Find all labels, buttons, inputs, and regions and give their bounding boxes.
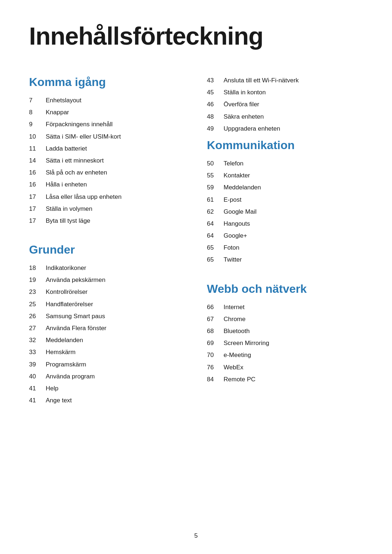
list-item: 17 Byta till tyst läge xyxy=(29,216,185,226)
toc-text: Google Mail xyxy=(224,207,257,217)
toc-text: Sätta i ett minneskort xyxy=(46,156,104,165)
toc-text: Sätta i SIM- eller USIM-kort xyxy=(46,132,121,141)
toc-text: Telefon xyxy=(224,159,244,168)
toc-number: 16 xyxy=(29,168,46,177)
toc-number: 46 xyxy=(207,99,224,109)
toc-number: 23 xyxy=(29,287,46,297)
list-item: 49 Uppgradera enheten xyxy=(207,124,363,134)
list-item: 9 Förpackningens innehåll xyxy=(29,119,185,129)
list-item: 19 Använda pekskärmen xyxy=(29,275,185,285)
list-item: 65 Foton xyxy=(207,243,363,253)
list-item: 64 Hangouts xyxy=(207,219,363,229)
list-item: 76 WebEx xyxy=(207,362,363,372)
toc-text: Byta till tyst läge xyxy=(46,216,90,226)
toc-text: Använda pekskärmen xyxy=(46,275,105,285)
toc-text: Internet xyxy=(224,302,245,312)
section-grunder: Grunder 18 Indikatorikoner 19 Använda pe… xyxy=(29,243,185,405)
toc-text: Bluetooth xyxy=(224,326,250,336)
list-item: 26 Samsung Smart paus xyxy=(29,311,185,321)
toc-number: 25 xyxy=(29,299,46,309)
toc-text: Meddelanden xyxy=(224,182,261,192)
toc-number: 68 xyxy=(207,326,224,336)
toc-number: 62 xyxy=(207,207,224,217)
toc-number: 64 xyxy=(207,219,224,229)
toc-number: 16 xyxy=(29,180,46,189)
list-item: 65 Twitter xyxy=(207,255,363,264)
toc-number: 48 xyxy=(207,112,224,122)
toc-text: Enhetslayout xyxy=(46,95,81,105)
toc-number: 43 xyxy=(207,75,224,85)
list-item: 40 Använda program xyxy=(29,372,185,381)
toc-text: Slå på och av enheten xyxy=(46,168,107,177)
list-item: 45 Ställa in konton xyxy=(207,87,363,97)
toc-number: 27 xyxy=(29,323,46,333)
list-item: 41 Ange text xyxy=(29,395,185,405)
toc-text: Ange text xyxy=(46,395,72,405)
toc-text: Använda Flera fönster xyxy=(46,323,106,333)
list-item: 48 Säkra enheten xyxy=(207,112,363,122)
toc-number: 7 xyxy=(29,95,46,105)
toc-number: 19 xyxy=(29,275,46,285)
list-item: 61 E-post xyxy=(207,195,363,205)
toc-text: WebEx xyxy=(224,362,244,372)
section-kommunikation: Kommunikation 50 Telefon 55 Kontakter 59… xyxy=(207,139,363,265)
list-item: 62 Google Mail xyxy=(207,207,363,217)
list-item: 59 Meddelanden xyxy=(207,182,363,192)
toc-text: Chrome xyxy=(224,314,245,324)
list-item: 46 Överföra filer xyxy=(207,99,363,109)
list-item: 39 Programskärm xyxy=(29,360,185,369)
toc-number: 84 xyxy=(207,374,224,384)
toc-text: Knappar xyxy=(46,107,69,117)
toc-number: 67 xyxy=(207,314,224,324)
list-item: 27 Använda Flera fönster xyxy=(29,323,185,333)
page: Innehållsförteckning Komma igång 7 Enhet… xyxy=(0,0,392,554)
list-item: 84 Remote PC xyxy=(207,374,363,384)
toc-number: 39 xyxy=(29,360,46,369)
toc-text: Ställa in konton xyxy=(224,87,266,97)
section-komma-igang: Komma igång 7 Enhetslayout 8 Knappar 9 F… xyxy=(29,75,185,226)
toc-number: 18 xyxy=(29,263,46,273)
list-item: 16 Slå på och av enheten xyxy=(29,168,185,177)
toc-text: Remote PC xyxy=(224,374,256,384)
section-continued: 43 Ansluta till ett Wi-Fi-nätverk 45 Stä… xyxy=(207,75,363,134)
toc-text: Förpackningens innehåll xyxy=(46,119,113,129)
list-item: 55 Kontakter xyxy=(207,171,363,180)
list-item: 64 Google+ xyxy=(207,231,363,241)
list-item: 8 Knappar xyxy=(29,107,185,117)
toc-text: Ansluta till ett Wi-Fi-nätverk xyxy=(224,75,299,85)
toc-list-komma-igang: 7 Enhetslayout 8 Knappar 9 Förpackningen… xyxy=(29,95,185,226)
page-title: Innehållsförteckning xyxy=(29,22,363,50)
toc-text: Säkra enheten xyxy=(224,112,264,122)
toc-list-continued: 43 Ansluta till ett Wi-Fi-nätverk 45 Stä… xyxy=(207,75,363,134)
toc-text: Hemskärm xyxy=(46,347,75,357)
toc-text: Programskärm xyxy=(46,360,86,369)
toc-number: 9 xyxy=(29,119,46,129)
toc-text: Meddelanden xyxy=(46,335,83,345)
toc-number: 11 xyxy=(29,144,46,153)
section-title-kommunikation: Kommunikation xyxy=(207,139,363,152)
toc-number: 50 xyxy=(207,159,224,168)
section-title-webb: Webb och nätverk xyxy=(207,282,363,296)
toc-number: 17 xyxy=(29,216,46,226)
list-item: 68 Bluetooth xyxy=(207,326,363,336)
toc-list-kommunikation: 50 Telefon 55 Kontakter 59 Meddelanden 6… xyxy=(207,159,363,265)
toc-number: 55 xyxy=(207,171,224,180)
toc-number: 33 xyxy=(29,347,46,357)
toc-number: 41 xyxy=(29,395,46,405)
toc-number: 64 xyxy=(207,231,224,241)
section-title-komma-igang: Komma igång xyxy=(29,75,185,89)
toc-text: Google+ xyxy=(224,231,247,241)
left-column: Komma igång 7 Enhetslayout 8 Knappar 9 F… xyxy=(29,75,185,423)
toc-text: Ställa in volymen xyxy=(46,204,93,214)
toc-number: 69 xyxy=(207,338,224,348)
list-item: 43 Ansluta till ett Wi-Fi-nätverk xyxy=(207,75,363,85)
toc-number: 65 xyxy=(207,243,224,253)
list-item: 11 Ladda batteriet xyxy=(29,144,185,153)
toc-number: 40 xyxy=(29,372,46,381)
toc-text: Uppgradera enheten xyxy=(224,124,280,134)
toc-number: 17 xyxy=(29,192,46,202)
toc-number: 66 xyxy=(207,302,224,312)
content-layout: Komma igång 7 Enhetslayout 8 Knappar 9 F… xyxy=(29,75,363,423)
list-item: 17 Låsa eller låsa upp enheten xyxy=(29,192,185,202)
list-item: 50 Telefon xyxy=(207,159,363,168)
